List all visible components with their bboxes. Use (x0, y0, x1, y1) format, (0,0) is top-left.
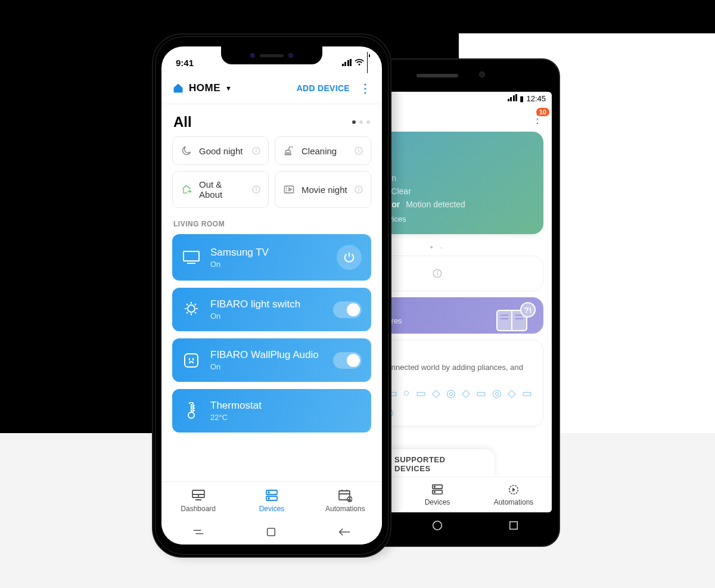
scene-label: Cleaning (301, 146, 348, 156)
nav-dashboard[interactable]: Dashboard (161, 482, 235, 519)
info-icon[interactable] (354, 146, 363, 155)
moon-icon (180, 145, 193, 157)
outlet-icon (182, 352, 201, 369)
back-button[interactable] (338, 528, 351, 536)
device-name: Thermostat (210, 400, 362, 412)
section-title: All (173, 114, 192, 130)
signal-icon (342, 58, 352, 68)
svg-point-17 (434, 486, 436, 487)
nav-label: Devices (259, 505, 285, 513)
svg-text:?!: ?! (524, 306, 531, 315)
svg-line-47 (186, 304, 188, 305)
info-icon (433, 269, 442, 278)
status-time: 9:41 (176, 58, 194, 68)
device-name: FIBARO light switch (210, 298, 324, 310)
home-button[interactable] (266, 527, 276, 537)
svg-point-18 (434, 491, 436, 493)
svg-point-2 (437, 271, 438, 272)
device-card-fibaro-wallplug-audio[interactable]: FIBARO WallPlug Audio On (172, 338, 371, 382)
dot-3 (366, 120, 370, 124)
scene-out-and-about[interactable]: Out & About (172, 171, 269, 208)
svg-point-20 (433, 521, 442, 530)
svg-text:+: + (349, 498, 352, 502)
svg-point-54 (188, 412, 194, 418)
signal-icon (508, 94, 518, 103)
system-nav (161, 519, 382, 545)
recents-button[interactable] (192, 528, 204, 536)
nav-label: Automations (325, 505, 365, 513)
scene-label: Good night (199, 146, 245, 156)
movie-icon (282, 183, 296, 195)
svg-point-42 (188, 305, 195, 312)
phone-iphone-screen: 9:41 HOME ▼ ADD DEVICE ⋮ All (161, 46, 382, 545)
front-camera (479, 71, 485, 77)
scene-label: Movie night (301, 185, 348, 195)
nav-devices[interactable]: Devices (235, 482, 308, 519)
device-card-samsung-tv[interactable]: Samsung TV On (172, 234, 371, 281)
device-status: On (210, 312, 324, 321)
info-icon[interactable] (354, 185, 363, 194)
device-card-thermostat[interactable]: Thermostat 22°C (172, 389, 371, 433)
svg-line-28 (289, 153, 290, 155)
broom-icon (282, 145, 296, 157)
svg-line-48 (195, 304, 196, 305)
location-selector[interactable]: HOME ▼ (172, 82, 232, 94)
notification-badge: 10 (536, 108, 549, 116)
overflow-menu-button[interactable]: ⋮ (359, 81, 371, 95)
info-icon[interactable] (251, 146, 261, 155)
svg-line-50 (195, 312, 196, 313)
nav-label: Automations (494, 498, 534, 506)
svg-point-25 (256, 149, 257, 150)
app-header: HOME ▼ ADD DEVICE ⋮ (161, 76, 382, 104)
wifi-icon (355, 59, 364, 66)
recents-button[interactable] (508, 520, 519, 531)
backdrop-top (0, 0, 715, 33)
page-indicator[interactable] (352, 120, 370, 124)
svg-point-31 (359, 149, 359, 150)
svg-rect-51 (185, 354, 198, 367)
svg-rect-40 (184, 251, 199, 261)
scene-good-night[interactable]: Good night (172, 136, 269, 165)
dot-1 (352, 120, 356, 124)
supported-devices-tab[interactable]: SUPPORTED DEVICES (380, 449, 495, 477)
nav-automations[interactable]: + Automations (309, 482, 382, 519)
manual-icon: ?! (496, 302, 537, 332)
nav-automations[interactable]: Automations (475, 477, 552, 512)
location-label: HOME (189, 82, 220, 94)
svg-line-49 (186, 312, 188, 313)
svg-point-65 (268, 497, 269, 499)
notch (221, 46, 322, 64)
svg-point-34 (256, 188, 257, 188)
device-name: Samsung TV (210, 247, 327, 259)
toggle-switch[interactable] (333, 301, 362, 318)
battery-icon (367, 52, 368, 73)
home-icon (172, 82, 184, 94)
info-icon[interactable] (251, 185, 261, 194)
power-button[interactable] (337, 245, 362, 270)
leave-home-icon (180, 183, 193, 195)
chevron-down-icon: ▼ (225, 85, 232, 92)
home-button[interactable] (431, 519, 443, 531)
device-card-fibaro-light-switch[interactable]: FIBARO light switch On (172, 288, 371, 331)
svg-point-64 (268, 491, 269, 493)
status-time: 12:45 (526, 94, 546, 103)
add-device-button[interactable]: ADD DEVICE (297, 83, 350, 93)
phone-iphone-frame: 9:41 HOME ▼ ADD DEVICE ⋮ All (152, 33, 391, 558)
battery-icon: ▮ (520, 94, 524, 103)
scene-movie-night[interactable]: Movie night (275, 171, 371, 208)
dot-2 (359, 120, 363, 124)
notifications-button[interactable]: ⋮ 10 (531, 111, 543, 126)
nav-label: Dashboard (181, 505, 216, 513)
tv-icon (182, 250, 201, 265)
bottom-nav: Dashboard Devices + Automations (161, 481, 382, 519)
nav-label: Devices (425, 498, 450, 506)
device-status: On (210, 260, 327, 269)
thermometer-icon (182, 402, 201, 420)
room-label: LIVING ROOM (161, 208, 382, 234)
svg-rect-21 (510, 522, 518, 530)
scene-cleaning[interactable]: Cleaning (275, 136, 371, 165)
toggle-switch[interactable] (333, 352, 362, 369)
nav-devices[interactable]: Devices (399, 477, 475, 512)
svg-point-22 (359, 64, 360, 66)
svg-point-39 (359, 188, 359, 188)
